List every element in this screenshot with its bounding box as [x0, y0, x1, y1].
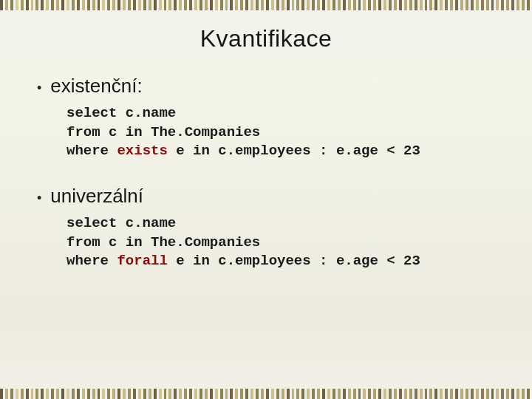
bullet-existential: • existenční:: [37, 75, 495, 98]
code-line-prefix: where: [66, 143, 117, 159]
code-line: select c.name: [66, 105, 176, 121]
slide-content: • existenční: select c.name from c in Th…: [37, 75, 495, 271]
bullet-label: univerzální: [50, 185, 143, 208]
bullet-label: existenční:: [50, 75, 142, 98]
decorative-stripes-top: [0, 0, 532, 10]
bullet-universal: • univerzální: [37, 185, 495, 208]
bullet-dot: •: [37, 188, 41, 208]
code-line: select c.name: [66, 215, 176, 231]
code-line: from c in The.Companies: [66, 234, 260, 250]
code-line-prefix: where: [66, 253, 117, 269]
decorative-stripes-bottom: [0, 389, 532, 399]
code-line: from c in The.Companies: [66, 124, 260, 140]
keyword-exists: exists: [117, 143, 167, 159]
code-line-suffix: e in c.employees : e.age < 23: [168, 253, 420, 269]
code-universal: select c.name from c in The.Companies wh…: [66, 214, 495, 271]
slide-title: Kvantifikace: [0, 25, 532, 52]
keyword-forall: forall: [117, 253, 167, 269]
code-existential: select c.name from c in The.Companies wh…: [66, 104, 495, 161]
code-line-suffix: e in c.employees : e.age < 23: [168, 143, 420, 159]
bullet-dot: •: [37, 78, 41, 98]
